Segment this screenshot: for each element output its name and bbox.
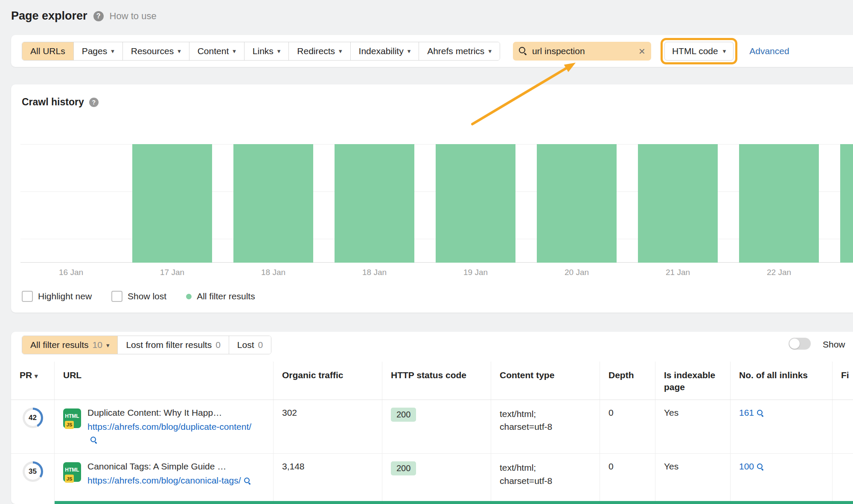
filter-tab-indexability[interactable]: Indexability xyxy=(351,42,419,60)
magnifier-icon[interactable] xyxy=(757,410,764,417)
http-status-cell: 200 xyxy=(382,454,491,504)
chart-x-label: 18 Jan xyxy=(223,268,324,277)
page-url-link[interactable]: https://ahrefs.com/blog/canonical-tags/ xyxy=(87,475,251,485)
column-header-is-indexable[interactable]: Is indexable page xyxy=(655,362,731,400)
chart-x-label: 21 Jan xyxy=(627,268,728,277)
filter-tab-label: Resources xyxy=(131,46,174,56)
filter-tab-label: Pages xyxy=(82,46,108,56)
magnifier-icon[interactable] xyxy=(757,463,764,470)
filter-tab-ahrefs-metrics[interactable]: Ahrefs metrics xyxy=(419,42,500,60)
html-file-icon: HTML JS xyxy=(63,408,81,428)
highlight-new-label: Highlight new xyxy=(38,291,92,301)
chevron-down-icon xyxy=(111,48,114,54)
content-type-cell: text/html; charset=utf-8 xyxy=(491,454,600,504)
filter-tab-group: All URLs Pages Resources Content Links R… xyxy=(22,42,500,61)
filter-tab-all-urls[interactable]: All URLs xyxy=(22,42,74,60)
help-icon[interactable] xyxy=(93,11,104,21)
page-url-link[interactable]: https://ahrefs.com/blog/duplicate-conten… xyxy=(87,422,251,444)
partial-row-highlight xyxy=(55,501,853,504)
column-header-http-status[interactable]: HTTP status code xyxy=(382,362,491,400)
chart-x-label: 17 Jan xyxy=(122,268,223,277)
chart-column: 16 Jan xyxy=(20,144,122,263)
chart-column: 22 Jan xyxy=(728,144,830,263)
tab-count: 0 xyxy=(258,340,263,350)
chevron-down-icon xyxy=(723,48,726,54)
column-header-depth[interactable]: Depth xyxy=(600,362,655,400)
tab-all-filter-results[interactable]: All filter results 10 xyxy=(22,336,118,354)
inlinks-cell: 100 xyxy=(731,454,833,504)
table-row: 42 HTML JS Duplicate Content: Why It Hap… xyxy=(11,400,853,454)
inlinks-link[interactable]: 100 xyxy=(739,461,764,471)
chevron-down-icon xyxy=(106,342,110,348)
tab-lost-from-filter-results[interactable]: Lost from filter results 0 xyxy=(118,336,229,354)
chevron-down-icon xyxy=(277,48,281,54)
filter-tab-pages[interactable]: Pages xyxy=(74,42,123,60)
search-filter-input[interactable]: url inspection xyxy=(513,42,651,61)
chart-column: 18 Jan xyxy=(324,144,425,263)
filter-tab-label: Redirects xyxy=(297,46,335,56)
how-to-use-link[interactable]: How to use xyxy=(110,11,157,22)
chevron-down-icon xyxy=(408,48,411,54)
filter-bar: All URLs Pages Resources Content Links R… xyxy=(11,35,853,67)
tab-count: 10 xyxy=(93,340,102,350)
advanced-link[interactable]: Advanced xyxy=(749,46,789,56)
html-code-dropdown[interactable]: HTML code xyxy=(664,42,734,61)
js-badge: JS xyxy=(65,421,74,429)
chart-x-label: 22 Jan xyxy=(728,268,830,277)
tab-count: 0 xyxy=(215,340,221,350)
column-header-pr[interactable]: PR xyxy=(11,362,55,400)
column-header-organic-traffic[interactable]: Organic traffic xyxy=(274,362,382,400)
chevron-down-icon xyxy=(233,48,236,54)
clear-search-icon[interactable] xyxy=(639,46,645,57)
results-table: PR URL Organic traffic HTTP status code … xyxy=(11,362,853,504)
filter-tab-links[interactable]: Links xyxy=(245,42,289,60)
results-tab-group: All filter results 10 Lost from filter r… xyxy=(22,336,271,354)
content-type-cell: text/html; charset=utf-8 xyxy=(491,400,600,454)
html-file-icon-label: HTML xyxy=(63,467,81,473)
filter-tab-resources[interactable]: Resources xyxy=(123,42,189,60)
tab-lost[interactable]: Lost 0 xyxy=(229,336,271,354)
show-changes-toggle[interactable] xyxy=(789,338,811,350)
show-lost-checkbox[interactable] xyxy=(111,291,122,302)
table-row: 35 HTML JS Canonical Tags: A Simple Guid… xyxy=(11,454,853,504)
crawl-history-title-row: Crawl history xyxy=(22,96,99,108)
show-toggle-label: Show xyxy=(823,339,845,350)
chart-x-label: 16 Jan xyxy=(20,268,122,277)
tab-label: Lost xyxy=(237,340,254,350)
magnifier-icon[interactable] xyxy=(244,478,251,484)
page-header: Page explorer How to use xyxy=(11,9,157,23)
crawl-history-plot: 16 Jan17 Jan18 Jan18 Jan19 Jan20 Jan21 J… xyxy=(20,144,853,263)
legend-dot xyxy=(186,294,192,299)
filter-tab-redirects[interactable]: Redirects xyxy=(289,42,350,60)
page-title-text: Canonical Tags: A Simple Guide … xyxy=(87,461,258,472)
page-explorer-screen: Page explorer How to use All URLs Pages … xyxy=(0,0,853,504)
html-code-label: HTML code xyxy=(672,46,718,56)
column-header-content-type[interactable]: Content type xyxy=(491,362,600,400)
inlinks-link[interactable]: 161 xyxy=(739,408,764,417)
tab-label: All filter results xyxy=(30,340,89,350)
chart-column: 17 Jan xyxy=(122,144,223,263)
pr-cell: 42 xyxy=(11,400,55,454)
organic-traffic-cell: 3,148 xyxy=(274,454,382,504)
chart-column: 19 Jan xyxy=(425,144,526,263)
pr-cell: 35 xyxy=(11,454,55,504)
html-file-icon: HTML JS xyxy=(63,462,81,482)
chart-column xyxy=(830,144,853,263)
filter-tab-content[interactable]: Content xyxy=(189,42,245,60)
column-header-first-seen[interactable]: Fi xyxy=(833,362,853,400)
search-icon xyxy=(519,47,527,55)
column-header-inlinks[interactable]: No. of all inlinks xyxy=(731,362,833,400)
page-rating-badge: 35 xyxy=(23,461,43,482)
sort-caret-icon xyxy=(35,372,38,379)
page-title: Page explorer xyxy=(11,9,87,23)
filter-tab-label: Ahrefs metrics xyxy=(427,46,484,56)
magnifier-icon[interactable] xyxy=(90,437,97,443)
results-card: All filter results 10 Lost from filter r… xyxy=(11,332,853,504)
js-badge: JS xyxy=(65,475,74,483)
show-lost-label: Show lost xyxy=(128,291,166,301)
highlight-new-checkbox[interactable] xyxy=(22,291,33,302)
is-indexable-cell: Yes xyxy=(655,400,731,454)
help-icon[interactable] xyxy=(89,98,99,107)
column-header-url[interactable]: URL xyxy=(55,362,274,400)
filter-tab-label: Links xyxy=(253,46,274,56)
